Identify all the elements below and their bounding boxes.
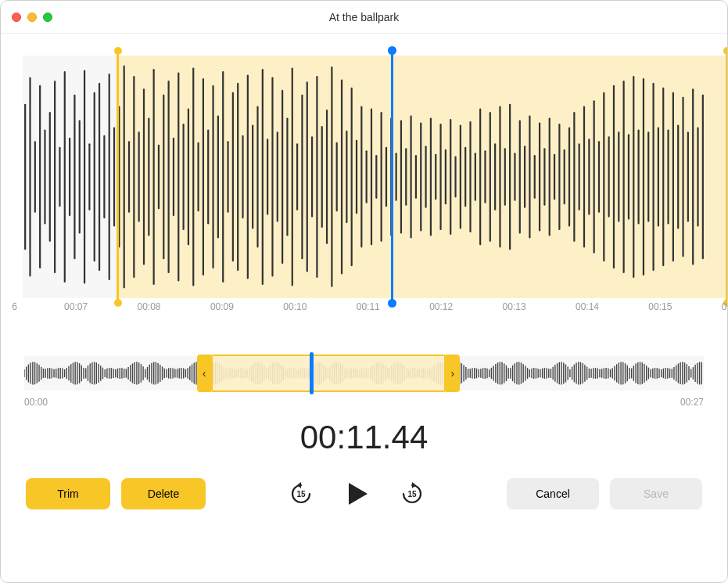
timeline-tick: 00:14: [576, 301, 599, 312]
skip-forward-icon: 15: [400, 482, 424, 506]
selection-start-handle[interactable]: [117, 51, 119, 303]
overview-end-time: 00:27: [680, 397, 704, 408]
editor-window: At the ballpark 600:0700:0800:0900:1000:…: [0, 0, 728, 583]
trim-button[interactable]: Trim: [26, 478, 110, 509]
play-icon: [342, 480, 371, 508]
skip-forward-15-button[interactable]: 15: [397, 479, 427, 509]
timeline-ruler: 600:0700:0800:0900:1000:1100:1200:1300:1…: [23, 301, 705, 322]
edit-actions: Trim Delete: [26, 478, 206, 509]
current-time-display: 00:11.44: [23, 419, 705, 456]
timeline-tick: 00:10: [283, 301, 307, 312]
svg-marker-458: [297, 482, 301, 488]
window-controls: [12, 13, 52, 22]
timeline-tick: 00:11: [357, 301, 380, 312]
confirm-actions: Cancel Save: [507, 478, 702, 509]
svg-text:15: 15: [407, 490, 417, 498]
window-title: At the ballpark: [1, 11, 727, 23]
playback-controls: 15 15: [286, 477, 427, 511]
minimize-window-button[interactable]: [27, 13, 37, 22]
delete-button[interactable]: Delete: [121, 478, 206, 509]
timeline-tick: 00:13: [503, 301, 526, 312]
play-button[interactable]: [339, 477, 374, 511]
skip-back-icon: 15: [289, 482, 313, 506]
playhead[interactable]: [391, 51, 393, 303]
timeline-tick: 6: [12, 301, 17, 312]
overview-start-time: 00:00: [24, 397, 48, 408]
timeline-tick: 00:15: [648, 301, 672, 312]
timeline-tick: 00:12: [429, 301, 453, 312]
controls-row: Trim Delete 15: [23, 477, 705, 511]
save-button[interactable]: Save: [610, 478, 702, 509]
svg-marker-461: [412, 482, 416, 488]
timeline-tick: 00:08: [137, 301, 160, 312]
overview-selection: [211, 354, 446, 392]
waveform-detail[interactable]: [23, 56, 705, 298]
timeline-tick: 00:07: [64, 301, 88, 312]
skip-back-15-button[interactable]: 15: [286, 479, 316, 509]
titlebar: At the ballpark: [1, 1, 727, 34]
editor-content: 600:0700:0800:0900:1000:1100:1200:1300:1…: [1, 34, 727, 582]
overview-time-labels: 00:00 00:27: [23, 397, 705, 408]
overview-playhead[interactable]: [310, 352, 314, 394]
svg-text:15: 15: [296, 490, 306, 498]
zoom-window-button[interactable]: [43, 13, 52, 22]
waveform-bars: [23, 56, 705, 298]
cancel-button[interactable]: Cancel: [507, 478, 599, 509]
waveform-overview[interactable]: ‹ ›: [24, 356, 704, 390]
timeline-tick: 00:16: [722, 301, 728, 312]
close-window-button[interactable]: [12, 13, 21, 22]
overview-trim-start-handle[interactable]: ‹: [197, 354, 211, 392]
overview-trim-end-handle[interactable]: ›: [446, 354, 460, 392]
svg-marker-460: [349, 483, 368, 505]
timeline-tick: 00:09: [210, 301, 234, 312]
